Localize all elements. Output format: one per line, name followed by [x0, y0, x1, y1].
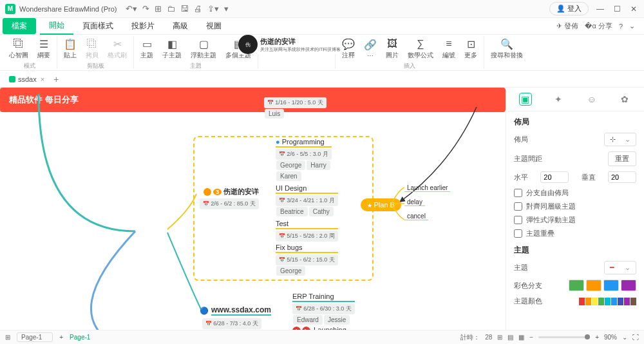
topic-plan-b[interactable]: Plan B — [361, 198, 401, 211]
add-tab-button[interactable]: + — [53, 74, 59, 84]
central-topic[interactable]: 精品软件 每日分享 — [0, 88, 506, 112]
free-layout-checkbox[interactable]: 分支自由佈局 — [514, 188, 636, 198]
help-icon[interactable]: ? — [619, 23, 623, 30]
outline-view-button[interactable]: ☰綱要 — [33, 36, 54, 61]
paste-button[interactable]: 📋貼上 — [60, 36, 80, 61]
theme-selector[interactable]: ━ — [604, 261, 636, 274]
topic-ui-design[interactable]: UI Design 3/24 - 4/21 : 1.0 月 BeatriceCa… — [276, 184, 338, 217]
float-topic-button[interactable]: ▢浮動主題 — [187, 36, 220, 61]
page-selector[interactable]: Page-1 — [17, 332, 53, 342]
share-button[interactable]: �α 分享 — [585, 21, 612, 31]
overlap-checkbox[interactable]: 主題重疊 — [514, 229, 636, 238]
status-bar: ⊞ Page-1 + Page-1 計時：28 ⊞ ▤ ▦ − + 90% ⌄ … — [0, 330, 644, 344]
page-label[interactable]: Page-1 — [70, 334, 90, 341]
add-page-button[interactable]: + — [59, 334, 63, 341]
watermark-logo: 伤 伤逝的安详关注互联网与系统软件技术的IT科技博客 — [238, 35, 341, 54]
menu-start[interactable]: 開始 — [40, 17, 73, 35]
title-bar: M Wondershare EdrawMind (Pro) ↶▾ ↷ ⊞ 🗀 🖫… — [0, 0, 644, 18]
close-tab-icon[interactable]: × — [41, 75, 44, 83]
zoom-level[interactable]: 90% — [604, 334, 617, 341]
login-button[interactable]: 👤 登入 — [549, 2, 589, 15]
doc-icon — [9, 76, 15, 82]
undo-icon[interactable]: ↶▾ — [126, 4, 137, 14]
document-tabs: ssdax× + — [0, 71, 644, 88]
align-siblings-checkbox[interactable]: 對齊同層級主題 — [514, 202, 636, 211]
sidebar-tab-layout[interactable]: ▣ — [519, 93, 532, 106]
branch-title[interactable]: 3 伤逝的安详 — [201, 186, 261, 198]
close-button[interactable]: ✕ — [629, 5, 639, 14]
app-title: Wondershare EdrawMind (Pro) — [19, 5, 117, 13]
page-list-icon[interactable]: ⊞ — [5, 334, 10, 341]
menu-page-style[interactable]: 頁面樣式 — [73, 18, 122, 34]
find-replace-button[interactable]: 🔍搜尋和替換 — [487, 36, 527, 61]
topic-button[interactable]: ▭主題 — [137, 36, 157, 61]
image-button[interactable]: 🖼圖片 — [382, 36, 402, 61]
topic-delay[interactable]: delay — [404, 198, 425, 206]
topic-top[interactable]: 1/16 - 1/20 : 5.0 天 Luis — [264, 97, 327, 119]
topic-launch-earlier[interactable]: Launch earlier — [404, 184, 450, 192]
reset-spacing-button[interactable]: 重置 — [608, 151, 636, 166]
attachment-button[interactable]: 🔗⋯ — [360, 36, 381, 61]
publish-button[interactable]: ✈ 發佈 — [556, 21, 578, 31]
quick-access-toolbar: ↶▾ ↷ ⊞ 🗀 🖫 🖨 ⇪▾ ▾ — [126, 4, 229, 14]
topic-test[interactable]: Test 5/15 - 5/26 : 2.0 周 — [276, 220, 338, 242]
horizontal-spacing-input[interactable] — [540, 171, 569, 183]
colorful-branch-options[interactable] — [569, 280, 636, 291]
topic-programming[interactable]: ● Programming 2/6 - 5/5 : 3.0 月 GeorgeHa… — [276, 138, 332, 182]
topic-fix-bugs[interactable]: Fix bugs 5/15 - 6/2 : 15.0 天 George — [276, 244, 338, 276]
redo-icon[interactable]: ↷ — [142, 4, 149, 14]
branch-date: 2/6 - 6/2 : 85.0 天 — [200, 198, 259, 209]
save-icon[interactable]: 🖫 — [180, 4, 189, 14]
app-icon: M — [5, 4, 15, 14]
workspace: 1/16 - 1/20 : 5.0 天 Luis 精品软件 每日分享 3 伤逝的… — [0, 88, 644, 330]
theme-color-palette[interactable] — [579, 298, 636, 305]
view-grid-icon[interactable]: ⊞ — [497, 334, 502, 341]
zoom-in-button[interactable]: + — [595, 334, 599, 341]
zoom-slider[interactable] — [538, 336, 590, 338]
menu-slides[interactable]: 投影片 — [122, 18, 164, 34]
open-icon[interactable]: 🗀 — [167, 4, 175, 14]
more-insert-button[interactable]: ⊡更多 — [460, 36, 481, 61]
mindmap-view-button[interactable]: ⿻心智圖 — [5, 36, 32, 61]
copy-button[interactable]: ⿻拷貝 — [82, 36, 102, 61]
document-tab[interactable]: ssdax× — [5, 74, 48, 84]
export-icon[interactable]: ⇪▾ — [207, 4, 219, 14]
menu-bar: 檔案 開始 頁面樣式 投影片 高級 視圖 ✈ 發佈 �α 分享 ? ⌄ — [0, 18, 644, 35]
maximize-button[interactable]: ☐ — [612, 5, 622, 14]
new-icon[interactable]: ⊞ — [155, 4, 162, 14]
topic-erp[interactable]: ERP Training 6/28 - 6/30 : 3.0 天 EdwardJ… — [292, 292, 355, 325]
qat-more-icon[interactable]: ▾ — [224, 4, 229, 14]
format-brush-button[interactable]: ✂格式刷 — [104, 36, 131, 61]
ssdax-date: 6/28 - 7/3 : 4.0 天 — [202, 318, 261, 329]
zoom-out-button[interactable]: − — [529, 334, 533, 341]
math-button[interactable]: ∑數學公式 — [404, 36, 437, 61]
canvas[interactable]: 1/16 - 1/20 : 5.0 天 Luis 精品软件 每日分享 3 伤逝的… — [0, 88, 506, 330]
zoom-dropdown-icon[interactable]: ⌄ — [622, 334, 627, 341]
right-sidebar: ▣ ✦ ☺ ✿ 佈局 佈局⊹ 主題間距重置 水平 垂直 分支自由佈局 對齊同層級… — [506, 88, 644, 330]
menu-advanced[interactable]: 高級 — [164, 18, 197, 34]
topic-launching[interactable]: 1▶ Launching — [292, 326, 346, 330]
sidebar-tab-clipart[interactable]: ✿ — [618, 93, 631, 106]
sidebar-tab-icons[interactable]: ☺ — [585, 93, 598, 106]
view-outline-icon[interactable]: ▤ — [507, 334, 513, 341]
topic-ssdax[interactable]: www.ssdax.com — [200, 305, 271, 316]
subtopic-button[interactable]: ◧子主題 — [158, 36, 185, 61]
vertical-spacing-input[interactable] — [608, 171, 636, 183]
minimize-button[interactable]: — — [595, 5, 605, 14]
topic-cancel[interactable]: cancel — [404, 213, 428, 220]
fullscreen-icon[interactable]: ⛶ — [632, 334, 639, 341]
print-icon[interactable]: 🖨 — [194, 4, 202, 14]
numbering-button[interactable]: ≡編號 — [439, 36, 459, 61]
sidebar-tab-style[interactable]: ✦ — [552, 93, 565, 106]
menu-file[interactable]: 檔案 — [3, 18, 36, 34]
layout-selector[interactable]: ⊹ — [604, 133, 636, 146]
note-button[interactable]: 💬注釋 — [338, 36, 359, 61]
menu-view[interactable]: 視圖 — [197, 18, 231, 34]
collapse-ribbon-icon[interactable]: ⌄ — [629, 22, 635, 30]
view-compact-icon[interactable]: ▦ — [518, 334, 524, 341]
elastic-float-checkbox[interactable]: 彈性式浮動主題 — [514, 215, 636, 225]
